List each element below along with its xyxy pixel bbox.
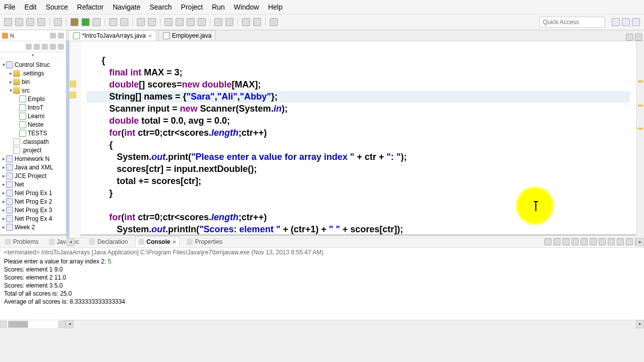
scroll-right-icon[interactable]: ▸ — [636, 238, 644, 246]
print-icon[interactable] — [37, 18, 45, 26]
open-perspective-icon[interactable] — [612, 18, 620, 26]
new-icon[interactable] — [4, 18, 12, 26]
tree-item[interactable]: ▸Java and XML — [1, 163, 65, 171]
project-tree[interactable]: ▾Control Struc▸.settings▸bin▾srcEmploInt… — [0, 59, 66, 234]
menu-project[interactable]: Project — [181, 3, 203, 11]
tree-item[interactable]: ▸Net Prog Ex 4 — [1, 214, 65, 223]
quick-access-input[interactable] — [539, 17, 605, 28]
menu-run[interactable]: Run — [212, 3, 225, 11]
run-last-icon[interactable] — [93, 18, 101, 26]
warning-marker-icon[interactable] — [69, 80, 76, 87]
minimize-editor-icon[interactable] — [626, 34, 633, 41]
close-icon[interactable]: ✕ — [148, 33, 152, 39]
new-package-icon[interactable] — [109, 18, 117, 26]
tree-item[interactable]: ▸Week 2 — [1, 223, 65, 231]
tree-item[interactable]: ▸Net — [1, 180, 65, 189]
menu-file[interactable]: File — [4, 3, 16, 11]
build-icon[interactable] — [54, 18, 62, 26]
remove-all-icon[interactable] — [562, 238, 570, 245]
debug-perspective-icon[interactable] — [632, 18, 640, 26]
pin-icon[interactable] — [270, 18, 278, 26]
scroll-left-icon[interactable] — [0, 321, 7, 328]
open-console-icon[interactable] — [608, 238, 615, 245]
show-whitespace-icon[interactable] — [187, 18, 195, 26]
tree-toggle-icon[interactable]: ▸ — [1, 224, 6, 230]
scroll-right-icon[interactable] — [58, 321, 65, 328]
pin-console-icon[interactable] — [590, 238, 597, 245]
code-content[interactable]: { final int MAX = 3; double[] scores=new… — [80, 41, 636, 238]
new-class-icon[interactable] — [120, 18, 128, 26]
tree-toggle-icon[interactable]: ▸ — [1, 216, 6, 221]
tree-item[interactable]: Learni — [1, 112, 65, 120]
menu-source[interactable]: Source — [46, 3, 68, 11]
scroll-right-icon[interactable]: ▸ — [636, 320, 644, 328]
overview-ruler[interactable] — [636, 41, 644, 238]
tree-item[interactable]: ▸Net Prog Ex 2 — [1, 197, 65, 206]
next-annotation-icon[interactable] — [214, 18, 222, 26]
tree-toggle-icon[interactable]: ▸ — [1, 173, 6, 178]
search-icon[interactable] — [148, 18, 156, 26]
collapse-all-icon[interactable] — [42, 44, 48, 50]
menu-help[interactable]: Help — [268, 3, 283, 11]
menu-search[interactable]: Search — [149, 3, 172, 11]
tree-item[interactable]: ▸Net Prog Ex 3 — [1, 206, 65, 214]
tree-item[interactable]: ▸Net Prog Ex 1 — [1, 189, 65, 197]
minimize-icon[interactable] — [50, 33, 56, 39]
scroll-left-icon[interactable]: ◂ — [66, 238, 74, 246]
menu-window[interactable]: Window — [234, 3, 259, 11]
tree-item[interactable]: .project — [1, 146, 65, 154]
tree-toggle-icon[interactable]: ▸ — [8, 79, 13, 84]
tab-introtojavaarrays[interactable]: *IntroToJavaArrays.java ✕ — [68, 30, 156, 41]
save-all-icon[interactable] — [26, 18, 34, 26]
tree-item[interactable]: ▸.settings — [1, 69, 65, 77]
tree-toggle-icon[interactable]: ▾ — [1, 62, 6, 67]
toggle-mark-icon[interactable] — [165, 18, 173, 26]
forward-icon[interactable] — [253, 18, 261, 26]
terminate-icon[interactable] — [544, 238, 551, 245]
save-icon[interactable] — [15, 18, 23, 26]
navigator-icon[interactable] — [2, 33, 8, 39]
close-icon[interactable]: ✕ — [172, 239, 176, 245]
tree-item[interactable]: ▾src — [1, 86, 65, 95]
maximize-icon[interactable] — [58, 33, 64, 39]
tree-item[interactable]: Neste — [1, 120, 65, 129]
toggle-block-icon[interactable] — [176, 18, 184, 26]
tree-item[interactable]: ▸JCE Project — [1, 171, 65, 180]
remove-launch-icon[interactable] — [553, 238, 560, 245]
back-icon[interactable] — [242, 18, 250, 26]
tree-toggle-icon[interactable]: ▸ — [1, 207, 6, 213]
clear-console-icon[interactable] — [572, 238, 579, 245]
tree-toggle-icon[interactable]: ▸ — [8, 70, 13, 76]
menu-refactor[interactable]: Refactor — [77, 3, 104, 11]
scroll-left-icon[interactable]: ◂ — [65, 320, 73, 328]
tree-item[interactable]: Emplo — [1, 95, 65, 103]
run-icon[interactable] — [82, 18, 90, 26]
dropdown-arrow-icon[interactable]: ▾ — [0, 52, 66, 59]
tree-item[interactable]: ▾Control Struc — [1, 60, 65, 69]
new-console-icon[interactable] — [617, 238, 624, 245]
debug-icon[interactable] — [70, 18, 78, 26]
fwd-nav-icon[interactable] — [34, 44, 40, 50]
tree-toggle-icon[interactable]: ▾ — [8, 87, 13, 93]
tree-item[interactable]: TESTS — [1, 129, 65, 137]
menu-navigate[interactable]: Navigate — [113, 3, 140, 11]
editor-hscrollbar[interactable]: ◂ ▸ — [66, 238, 644, 238]
java-perspective-icon[interactable] — [622, 18, 630, 26]
tree-item[interactable]: IntroT — [1, 103, 65, 112]
tree-item[interactable]: ▸bin — [1, 77, 65, 86]
code-editor[interactable]: { final int MAX = 3; double[] scores=new… — [66, 41, 644, 238]
warning-marker-icon[interactable] — [69, 92, 76, 99]
annotation-icon[interactable] — [198, 18, 206, 26]
tab-employee[interactable]: Employee.java — [158, 30, 216, 41]
scroll-lock-icon[interactable] — [581, 238, 588, 245]
scroll-thumb[interactable] — [8, 321, 28, 328]
tree-toggle-icon[interactable]: ▸ — [1, 182, 6, 187]
tree-toggle-icon[interactable]: ▸ — [1, 164, 6, 170]
back-nav-icon[interactable] — [26, 44, 32, 50]
view-menu-icon[interactable] — [58, 44, 64, 50]
console-output[interactable]: Please enter a value for array index 2: … — [0, 257, 644, 320]
tab-problems[interactable]: Problems — [2, 237, 42, 247]
link-editor-icon[interactable] — [50, 44, 56, 50]
tree-item[interactable]: ▸Homework N — [1, 154, 65, 163]
maximize-editor-icon[interactable] — [635, 34, 642, 41]
